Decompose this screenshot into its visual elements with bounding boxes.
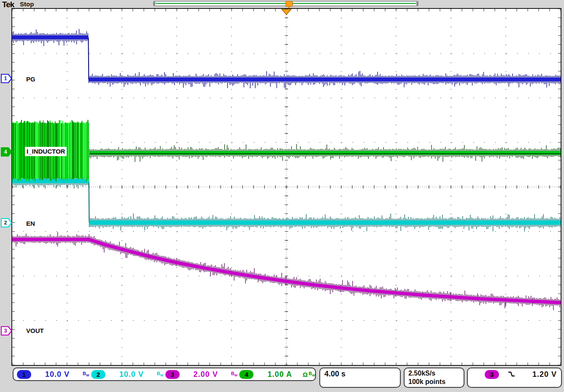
channel-4-position-marker[interactable]: 4 [1,147,12,157]
record-view-bar[interactable] [153,1,418,6]
trigger-readout[interactable]: 3 1.20 V [467,368,562,388]
timebase-scale: 4.00 s [324,370,345,378]
acquisition-status: Stop [20,0,34,8]
channel-label-en: EN [26,219,35,228]
channel-3-readout: 3 2.00 V BW [165,370,240,379]
channel-2-position-marker[interactable]: 2 [1,218,12,227]
channel-4-marker-number: 4 [4,149,7,155]
channel-3-badge: 3 [165,370,180,379]
channel-label-i-inductor: I_INDUCTOR [25,147,67,156]
channel-scale-readouts[interactable]: 1 10.0 V BW 2 10.0 V BW 3 2.00 V BW 4 1.… [13,368,316,381]
channel-label-vout: VOUT [26,327,44,335]
trigger-position-flag[interactable] [286,1,293,7]
bandwidth-limit-icon: BW [83,371,89,377]
bottom-readout-bar: 1 10.0 V BW 2 10.0 V BW 3 2.00 V BW 4 1.… [0,366,564,392]
waveform-canvas [12,9,561,365]
channel-4-badge: 4 [239,370,254,379]
channel-1-badge: 1 [17,370,31,379]
bandwidth-limit-icon: BW [308,371,315,377]
ohm-coupling-icon: Ω [302,371,308,378]
channel-1-marker-number: 1 [4,76,7,81]
sample-rate: 2.50kS/s [408,369,464,378]
channel-3-scale: 2.00 V [186,370,226,379]
channel-2-scale: 10.0 V [111,370,152,379]
timebase-readout[interactable]: 4.00 s [319,368,401,388]
oscilloscope-screen: Tek Stop PG I_INDUCTOR EN VOUT 1 4 2 3 1… [0,0,564,392]
trigger-level: 1.20 V [532,370,557,379]
acquisition-readout[interactable]: 2.50kS/s 100k points [404,368,464,388]
record-length: 100k points [408,378,464,386]
falling-edge-icon [507,371,516,378]
channel-4-readout: 4 1.00 A Ω BW [239,370,315,379]
bandwidth-limit-icon: BW [231,371,238,377]
channel-label-pg: PG [26,75,35,84]
channel-2-readout: 2 10.0 V BW [91,370,165,379]
trigger-source-badge: 3 [485,370,499,379]
channel-1-readout: 1 10.0 V BW [17,370,91,379]
channel-1-scale: 10.0 V [37,370,78,379]
channel-3-marker-number: 3 [4,328,7,334]
channel-4-scale: 1.00 A [259,370,300,379]
channel-1-position-marker[interactable]: 1 [1,74,12,83]
top-status-bar: Tek Stop [0,0,564,8]
graticule: PG I_INDUCTOR EN VOUT [11,8,561,366]
bandwidth-limit-icon: BW [157,371,164,377]
channel-3-position-marker[interactable]: 3 [1,326,12,335]
channel-2-marker-number: 2 [4,220,7,226]
channel-2-badge: 2 [91,370,105,379]
